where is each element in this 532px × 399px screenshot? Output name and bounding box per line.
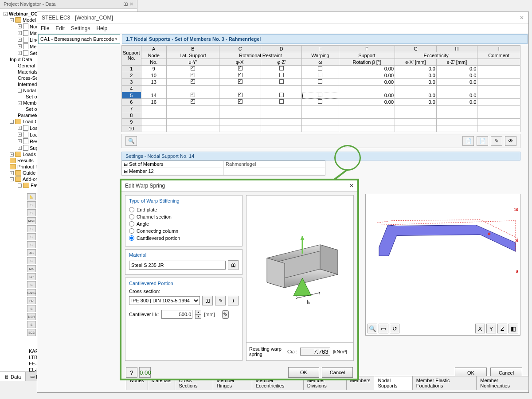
chevron-down-icon: ▼ bbox=[114, 37, 118, 41]
group-warp-stiffening: Type of Warp Stiffening End plateChannel… bbox=[125, 195, 243, 246]
radio-channel-section[interactable]: Channel section bbox=[129, 213, 239, 220]
dialog-title-bar: Edit Warp Spring ✕ bbox=[121, 180, 357, 192]
result-unit: [kNm³] bbox=[333, 349, 347, 354]
case-combo[interactable]: CA1 - Bemessung nach Eurocode ▼ bbox=[38, 34, 120, 44]
details-button[interactable]: 🔍 bbox=[125, 136, 137, 146]
module-icon[interactable]: AS bbox=[27, 249, 36, 256]
menu-help[interactable]: Help bbox=[96, 25, 107, 31]
model-viewport[interactable]: 10 9 8 🔍 ▭ ↺ X Y Z ◧ bbox=[365, 194, 520, 336]
axis-label: 9 bbox=[515, 239, 519, 243]
material-field[interactable] bbox=[129, 261, 226, 270]
dialog-preview: lₖ Resulting warp spring Cω : [kNm³] bbox=[246, 195, 354, 361]
module-icon[interactable]: 📐 bbox=[27, 193, 36, 200]
group-cantilever: Cantilevered Portion Cross-section: IPE … bbox=[125, 278, 243, 361]
pin-icon[interactable]: 🕮 bbox=[123, 1, 128, 7]
view-z-button[interactable]: Z bbox=[497, 324, 507, 333]
settings-header: Settings - Nodal Support No. 14 bbox=[121, 152, 520, 160]
result-label: Resulting warp spring bbox=[249, 346, 285, 357]
lk-unit: [mm] bbox=[204, 312, 215, 317]
bottom-tab[interactable]: Nodal Supports bbox=[374, 376, 412, 390]
result-row: Resulting warp spring Cω : [kNm³] bbox=[246, 342, 353, 360]
module-icon[interactable]: FD bbox=[27, 297, 36, 304]
lk-pick-button[interactable]: ✎ bbox=[222, 310, 229, 319]
viewport-toolbar-right: X Y Z ◧ bbox=[475, 324, 518, 333]
module-icon[interactable]: S bbox=[27, 225, 36, 232]
close-icon[interactable]: ✕ bbox=[129, 1, 133, 7]
radio-connecting-column[interactable]: Connecting column bbox=[129, 227, 239, 235]
material-library-button[interactable]: 🕮 bbox=[228, 260, 239, 270]
module-icon[interactable]: AISC bbox=[27, 217, 36, 224]
radio-cantilevered-portion[interactable]: Cantilevered portion bbox=[129, 235, 239, 242]
bottom-tab[interactable]: Member Nonlinearities bbox=[476, 376, 529, 390]
bottom-tab[interactable]: Member Elastic Foundations bbox=[412, 376, 477, 390]
dialog-help-button[interactable]: ? bbox=[126, 367, 137, 378]
result-value bbox=[300, 348, 330, 356]
cs-pick-button[interactable]: ✎ bbox=[215, 296, 226, 305]
dialog-ok-button[interactable]: OK bbox=[288, 367, 319, 378]
toolbar-btn-2[interactable]: 📄 bbox=[477, 136, 488, 146]
group-title: Type of Warp Stiffening bbox=[129, 198, 239, 203]
svg-marker-5 bbox=[320, 245, 338, 274]
menu-settings[interactable]: Settings bbox=[71, 25, 90, 31]
view-y-button[interactable]: Y bbox=[486, 324, 496, 333]
vp-btn-3[interactable]: ↺ bbox=[390, 324, 399, 333]
toolbar-btn-1[interactable]: 📄 bbox=[462, 136, 474, 146]
view-x-button[interactable]: X bbox=[475, 324, 485, 333]
vp-btn-2[interactable]: ▭ bbox=[379, 324, 388, 333]
section-header: 1.7 Nodal Supports - Set of Members No. … bbox=[122, 34, 528, 44]
axis-label: 8 bbox=[515, 270, 519, 274]
module-icon[interactable]: S bbox=[27, 281, 36, 288]
module-icon[interactable]: S bbox=[27, 233, 36, 240]
settings-grid[interactable]: ⊟ Set of MembersRahmenriegel⊟ Member 12 bbox=[121, 160, 325, 176]
svg-point-1 bbox=[488, 232, 490, 235]
cs-library-button[interactable]: 🕮 bbox=[202, 296, 213, 305]
window-title: STEEL EC3 - [Webinar_COM] bbox=[42, 15, 113, 21]
viewport-toolbar-left: 🔍 ▭ ↺ bbox=[368, 324, 399, 333]
nav-title: Project Navigator - Data bbox=[4, 1, 55, 7]
combo-value: CA1 - Bemessung nach Eurocode bbox=[40, 36, 114, 42]
toolbar-btn-3[interactable]: ✎ bbox=[491, 136, 502, 146]
dialog-cancel-button[interactable]: Cancel bbox=[322, 367, 353, 378]
lk-label: Cantilever l-k: bbox=[129, 312, 159, 317]
module-icon[interactable]: S bbox=[27, 257, 36, 264]
table-toolbar: 🔍 📄 📄 ✎ 👁 bbox=[121, 134, 520, 148]
close-icon[interactable]: ✕ bbox=[349, 183, 354, 189]
nav-header: Project Navigator - Data 🕮 ✕ bbox=[0, 0, 137, 9]
module-icon[interactable]: S bbox=[27, 209, 36, 216]
module-icon[interactable]: NBR bbox=[27, 313, 36, 320]
tab-data[interactable]: 🗎Data bbox=[0, 372, 26, 381]
module-icon[interactable]: SP bbox=[27, 273, 36, 280]
lk-input[interactable] bbox=[161, 310, 192, 319]
module-icon[interactable]: S bbox=[27, 321, 36, 328]
dialog-default-button[interactable]: 0.00 bbox=[139, 367, 151, 378]
group-title: Material bbox=[129, 252, 239, 258]
lk-spin-down[interactable]: ▼ bbox=[195, 314, 201, 319]
spreadsheet[interactable]: SupportNo.ABCDEFGHINodeLat. SupportRotat… bbox=[121, 45, 520, 132]
group-material: Material 🕮 bbox=[125, 249, 243, 275]
cross-section-label: Cross-section: bbox=[129, 289, 239, 294]
svg-marker-0 bbox=[379, 225, 516, 256]
module-icon[interactable]: S bbox=[27, 305, 36, 312]
window-title-bar: STEEL EC3 - [Webinar_COM] ✕ bbox=[37, 12, 528, 24]
lk-spin-up[interactable]: ▲ bbox=[195, 310, 201, 314]
window-close-icon[interactable]: ✕ bbox=[520, 15, 524, 21]
module-icon[interactable]: S bbox=[27, 241, 36, 248]
module-icon[interactable]: MX bbox=[27, 265, 36, 272]
module-icon[interactable]: SANS bbox=[27, 289, 36, 296]
cs-info-button[interactable]: ℹ bbox=[228, 296, 239, 305]
svg-marker-9 bbox=[300, 236, 305, 240]
menu-edit[interactable]: Edit bbox=[55, 25, 65, 31]
menu-file[interactable]: File bbox=[41, 25, 49, 31]
svg-marker-6 bbox=[267, 258, 285, 288]
zoom-button[interactable]: 🔍 bbox=[368, 324, 377, 333]
radio-end-plate[interactable]: End plate bbox=[129, 206, 239, 213]
module-icon[interactable]: S bbox=[27, 201, 36, 208]
module-icon[interactable]: EC3 bbox=[27, 329, 36, 336]
cross-section-select[interactable]: IPE 300 | DIN 1025-5:1994 bbox=[129, 296, 200, 305]
dialog-title: Edit Warp Spring bbox=[125, 183, 165, 189]
top-row: CA1 - Bemessung nach Eurocode ▼ 1.7 Noda… bbox=[37, 33, 528, 45]
radio-angle[interactable]: Angle bbox=[129, 220, 239, 227]
toolbar-btn-4[interactable]: 👁 bbox=[505, 136, 516, 146]
view-iso-button[interactable]: ◧ bbox=[509, 324, 518, 333]
menubar[interactable]: File Edit Settings Help bbox=[37, 24, 528, 33]
